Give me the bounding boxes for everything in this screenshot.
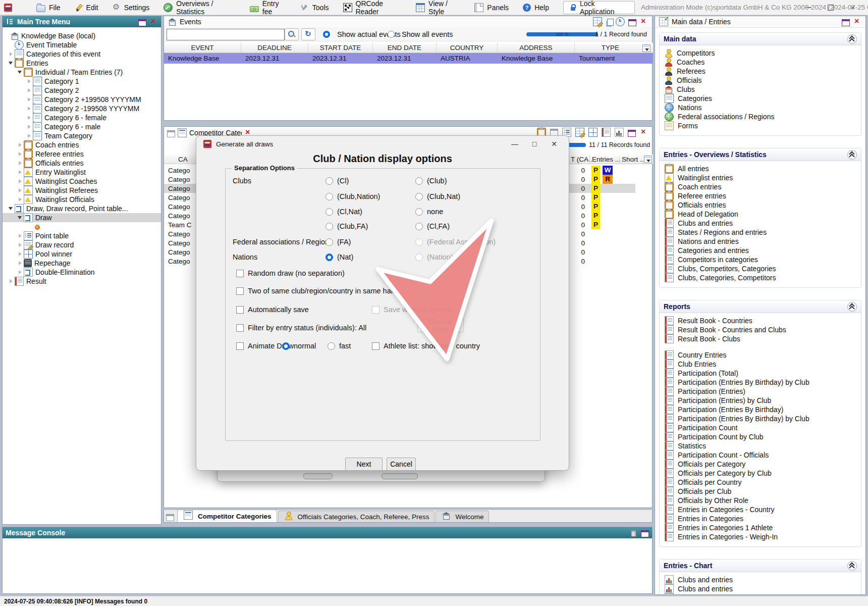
maximize-panel-icon[interactable] <box>138 19 146 26</box>
tree-item[interactable]: Category 2 <box>3 86 161 95</box>
short-column-header[interactable]: Short ... <box>619 156 645 163</box>
bottom-tab[interactable]: Competitor Categories <box>177 510 277 522</box>
dialog-minimize-button[interactable]: — <box>507 140 522 148</box>
random-draw-checkbox[interactable] <box>236 270 244 277</box>
animate-fast-option[interactable]: fast <box>328 341 351 351</box>
menu-item[interactable]: Tools <box>294 0 336 15</box>
clear-console-icon[interactable] <box>629 529 637 537</box>
bottom-tab[interactable]: Welcome <box>436 511 489 522</box>
tree-expand-arrow[interactable] <box>17 69 24 76</box>
panel-list-item[interactable]: Officials entries <box>660 200 861 210</box>
minimize-button[interactable] <box>797 0 820 15</box>
panel-list-item[interactable]: Nations <box>660 103 861 112</box>
tree-expand-arrow[interactable] <box>17 214 24 221</box>
panel-list-item[interactable]: Officials by Other Role <box>660 496 861 505</box>
toolbar-icon[interactable] <box>602 128 611 137</box>
tree-expand-arrow[interactable] <box>26 105 33 112</box>
events-column-header[interactable]: DEADLINE <box>241 43 308 53</box>
animate-fast-radio[interactable] <box>328 342 335 350</box>
option-club-nat[interactable]: (Club,Nat) <box>415 191 460 201</box>
tree-expand-arrow[interactable] <box>26 96 33 103</box>
show-all-events-radio[interactable] <box>388 31 395 38</box>
bottom-tab[interactable]: Officials Categories, Coach, Referee, Pr… <box>278 511 435 522</box>
tree-item[interactable]: Entry Waitinglist <box>3 168 161 177</box>
panel-list-item[interactable]: Coaches <box>660 58 861 67</box>
club-radio[interactable] <box>415 177 423 185</box>
restore-window-icon[interactable] <box>166 514 174 521</box>
tree-item[interactable]: Team Category <box>3 131 161 140</box>
panel-list-item[interactable]: Entries in Categories - Weigh-In <box>660 532 861 541</box>
tree-item[interactable]: Category 6 - male <box>3 122 161 131</box>
nat-radio[interactable] <box>326 254 333 261</box>
option-nat[interactable]: (Nat) <box>326 252 353 262</box>
panel-list-item[interactable]: Participation Count - Officials <box>660 450 861 460</box>
panel-list-item[interactable]: Federal associations / Regions <box>660 112 861 121</box>
collapse-section-icon[interactable] <box>847 150 857 160</box>
panel-list-item[interactable]: Clubs and entries <box>660 584 861 593</box>
close-panel-icon[interactable] <box>853 18 861 26</box>
panel-list-item[interactable]: Officials per Country <box>660 478 861 487</box>
maximize-panel-icon[interactable] <box>628 130 636 137</box>
menu-item[interactable]: Edit <box>68 0 105 15</box>
close-panel-icon[interactable] <box>640 18 648 26</box>
panel-list-item[interactable]: Clubs and entries <box>660 219 861 228</box>
tree-expand-arrow[interactable] <box>8 205 15 212</box>
cancel-button[interactable]: Cancel <box>387 458 416 471</box>
timetable-icon[interactable] <box>616 17 625 26</box>
option-fa[interactable]: (FA) <box>326 237 351 247</box>
filter-entry-status-option[interactable]: Filter by entry status (individuals): Al… <box>236 323 366 333</box>
show-all-events-option[interactable]: Show all events <box>388 29 453 39</box>
automatically-save-checkbox[interactable] <box>236 306 244 314</box>
events-column-header[interactable]: ADDRESS <box>498 43 575 53</box>
option-cl[interactable]: (Cl) <box>326 176 349 186</box>
panel-list-item[interactable]: Statistics <box>660 441 861 450</box>
tree-expand-arrow[interactable] <box>8 50 15 58</box>
tree-item[interactable]: Referee entries <box>3 149 161 159</box>
panel-list-item[interactable]: Clubs and entries <box>660 575 861 584</box>
cl-nat-radio[interactable] <box>326 208 333 216</box>
panel-list-item[interactable]: Entries in Categories - Country <box>660 505 861 514</box>
tree-item[interactable]: Waitinglist Coaches <box>3 177 161 186</box>
animate-normal-option[interactable]: normal <box>282 341 316 351</box>
tree-expand-arrow[interactable] <box>8 278 15 285</box>
panel-list-item[interactable]: Referee entries <box>660 191 861 200</box>
next-button[interactable]: Next <box>345 458 383 471</box>
menu-item[interactable]: Settings <box>105 0 157 15</box>
panel-list-item[interactable]: Clubs, Competitors, Categories <box>660 264 861 273</box>
menu-item[interactable]: Entry fee <box>243 0 294 15</box>
toolbar-icon[interactable] <box>575 128 584 137</box>
tree-expand-arrow[interactable] <box>26 223 33 230</box>
option-club-nation[interactable]: (Club,Nation) <box>326 191 380 201</box>
same-half-checkbox[interactable] <box>236 287 244 295</box>
panel-list-item[interactable]: Nations and entries <box>660 237 861 246</box>
panel-list-item[interactable]: Participation Count <box>660 423 861 432</box>
collapse-section-icon[interactable] <box>847 561 857 571</box>
events-table-row[interactable]: Knowledge Base2023.12.312023.12.312023.1… <box>164 53 653 64</box>
tree-expand-arrow[interactable] <box>17 160 24 167</box>
tree-expand-arrow[interactable] <box>17 178 24 185</box>
category-column-header[interactable]: CA <box>178 156 188 163</box>
panel-list-item[interactable]: Result Book - Countries and Clubs <box>660 325 861 334</box>
tree-expand-arrow[interactable] <box>26 123 33 130</box>
club-nat-radio[interactable] <box>415 193 423 200</box>
events-column-header[interactable]: COUNTRY <box>437 43 498 53</box>
dialog-maximize-button[interactable]: □ <box>527 140 542 148</box>
tree-item[interactable]: Category 2 -199508 YYYYMM <box>3 104 161 113</box>
panel-list-item[interactable]: Officials <box>660 76 861 85</box>
tree-item[interactable]: Individual / Team Entries (7) <box>3 68 161 77</box>
tree-expand-arrow[interactable] <box>26 78 33 85</box>
panel-list-item[interactable]: Competitors in categories <box>660 255 861 264</box>
tree-expand-arrow[interactable] <box>26 114 33 121</box>
panel-list-item[interactable]: Forms <box>660 121 861 130</box>
maximize-button[interactable] <box>820 0 842 15</box>
panel-list-item[interactable]: Categories <box>660 94 861 103</box>
menu-item[interactable]: QRCode Reader <box>336 0 409 15</box>
panel-list-item[interactable]: Participation (Entries By Birthday) <box>660 405 861 414</box>
panel-list-item[interactable]: Officials per Category by Club <box>660 469 861 478</box>
copy-icon[interactable] <box>607 19 614 26</box>
panel-list-item[interactable]: Competitors <box>660 48 861 58</box>
cl-radio[interactable] <box>326 177 333 185</box>
tree-expand-arrow[interactable] <box>17 232 24 239</box>
tree-item[interactable]: Pool winner <box>3 249 161 259</box>
tree-expand-arrow[interactable] <box>26 87 33 94</box>
